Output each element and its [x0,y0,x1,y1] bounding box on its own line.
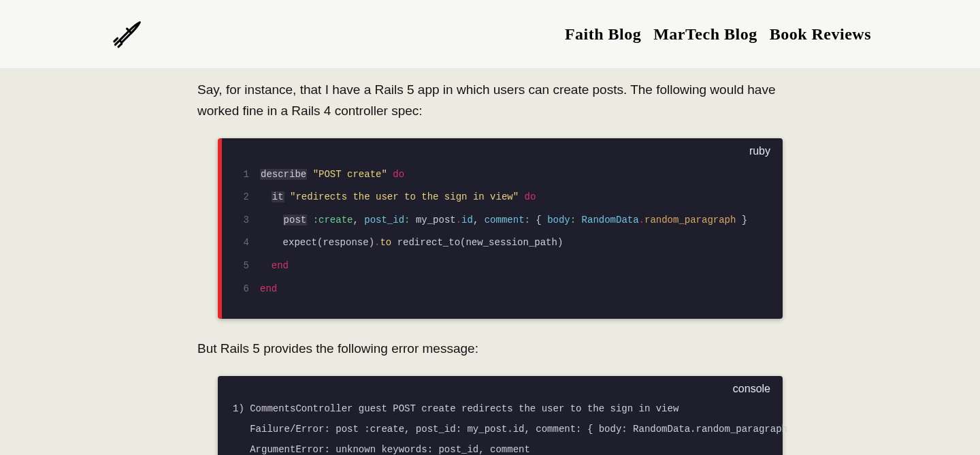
intro-paragraph: Say, for instance, that I have a Rails 5… [197,79,783,122]
code-line: 1describe "POST create" do [237,168,768,182]
console-language-label: console [733,383,770,395]
code-line: 6end [237,283,768,296]
code-content: expect(response).to redirect_to(new_sess… [260,236,563,250]
line-number: 2 [237,191,260,204]
site-header: Faith Blog MarTech Blog Book Reviews [0,0,980,68]
console-line: ArgumentError: unknown keywords: post_id… [233,444,768,455]
code-line: 3 post :create, post_id: my_post.id, com… [237,214,768,227]
nav-link-martech-blog[interactable]: MarTech Blog [653,25,757,44]
code-line: 5 end [237,260,768,273]
console-line: Failure/Error: post :create, post_id: my… [233,424,768,435]
code-language-label: ruby [749,145,770,157]
rocket-icon [109,17,143,51]
code-line: 4 expect(response).to redirect_to(new_se… [237,236,768,250]
code-content: post :create, post_id: my_post.id, comme… [260,214,747,227]
nav-link-book-reviews[interactable]: Book Reviews [770,25,871,44]
line-number: 4 [237,236,260,250]
code-content: it "redirects the user to the sign in vi… [260,191,536,204]
nav-link-faith-blog[interactable]: Faith Blog [565,25,641,44]
code-block-console: console 1) CommentsController guest POST… [218,376,783,455]
code-line: 2 it "redirects the user to the sign in … [237,191,768,204]
site-logo[interactable] [109,17,143,51]
line-number: 3 [237,214,260,227]
line-number: 1 [237,168,260,182]
primary-nav: Faith Blog MarTech Blog Book Reviews [565,25,871,44]
line-number: 6 [237,283,260,296]
error-intro-paragraph: But Rails 5 provides the following error… [197,338,783,359]
code-content: describe "POST create" do [260,168,404,182]
code-content: end [260,260,289,273]
line-number: 5 [237,260,260,273]
console-line: 1) CommentsController guest POST create … [233,403,768,414]
article-body: Say, for instance, that I have a Rails 5… [197,68,783,455]
code-block-ruby: ruby 1describe "POST create" do2 it "red… [218,138,783,319]
code-content: end [260,283,277,296]
